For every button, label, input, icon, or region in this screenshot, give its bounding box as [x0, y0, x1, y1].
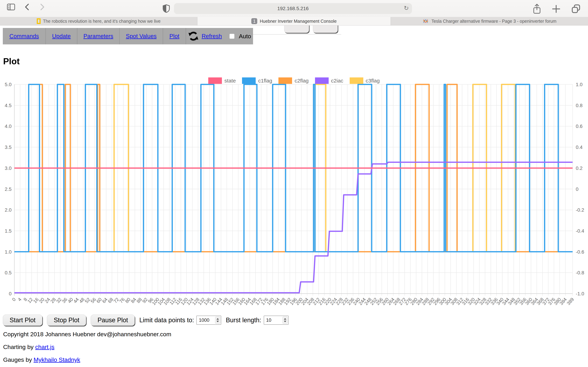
svg-text:0.4: 0.4 — [576, 144, 583, 150]
legend-swatch-c2flag — [278, 77, 292, 84]
tab-title: Huebner Inverter Management Console — [260, 19, 337, 24]
url-text: 192.168.5.216 — [277, 6, 309, 11]
svg-text:0.8: 0.8 — [576, 103, 583, 108]
divider-line — [253, 34, 341, 35]
new-tab-icon[interactable] — [552, 4, 561, 13]
nav-link-update[interactable]: Update — [52, 33, 71, 40]
tab-title: Tesla Charger alternative firmware - Pag… — [431, 19, 556, 24]
svg-text:-0.4: -0.4 — [576, 228, 584, 234]
svg-text:3.0: 3.0 — [5, 166, 12, 171]
sidebar-toggle-icon[interactable] — [7, 4, 15, 10]
tab-title: The robotics revolution is here, and it'… — [43, 19, 161, 24]
legend-item-state[interactable]: state — [208, 77, 236, 84]
nav-link-parameters[interactable]: Parameters — [84, 33, 113, 40]
tab-openinverter-forum[interactable]: Tesla Charger alternative firmware - Pag… — [391, 17, 588, 25]
svg-text:0: 0 — [9, 291, 12, 296]
svg-text:4.0: 4.0 — [5, 124, 12, 129]
refresh-icon[interactable] — [188, 31, 199, 42]
tab-inverter-console[interactable]: 1 Huebner Inverter Management Console — [197, 17, 391, 25]
svg-text:4: 4 — [17, 297, 22, 302]
legend-label: c3flag — [366, 78, 380, 84]
url-bar[interactable]: 192.168.5.216 ↻ — [174, 3, 412, 14]
legend-item-c2iac[interactable]: c2iac — [315, 77, 343, 84]
legend-swatch-c3flag — [350, 77, 363, 84]
share-icon[interactable] — [532, 3, 541, 14]
y-axis-right-labels: 1.00.80.60.40.20-0.2-0.4-0.6-0.8-1.0 — [576, 82, 584, 296]
nav-link-commands[interactable]: Commands — [9, 33, 39, 40]
legend-label: state — [224, 78, 236, 84]
openinverter-favicon-icon — [422, 18, 429, 25]
y-axis-left-labels: 5.04.54.03.53.02.52.01.51.00.50 — [5, 82, 12, 296]
svg-text:1.5: 1.5 — [5, 228, 12, 234]
nav-link-spot-values[interactable]: Spot Values — [126, 33, 157, 40]
reload-icon[interactable]: ↻ — [404, 5, 409, 12]
svg-text:389: 389 — [566, 297, 575, 306]
svg-text:0.6: 0.6 — [576, 124, 583, 129]
browser-chrome: 192.168.5.216 ↻ — [0, 0, 588, 25]
browser-toolbar: 192.168.5.216 ↻ — [0, 0, 588, 17]
svg-text:-0.2: -0.2 — [576, 207, 584, 213]
svg-text:-0.8: -0.8 — [576, 270, 584, 275]
svg-text:2.0: 2.0 — [5, 207, 12, 213]
auto-checkbox[interactable] — [229, 33, 235, 39]
nav-link-plot[interactable]: Plot — [169, 33, 179, 40]
legend-item-c3flag[interactable]: c3flag — [350, 77, 380, 84]
nav-link-refresh[interactable]: Refresh — [202, 33, 222, 40]
svg-text:384: 384 — [559, 297, 568, 306]
legend-swatch-state — [208, 77, 222, 84]
svg-text:4.5: 4.5 — [5, 103, 12, 108]
legend-label: c1flag — [258, 78, 272, 84]
legend-swatch-c2iac — [315, 77, 329, 84]
svg-text:0.5: 0.5 — [5, 270, 12, 275]
x-tick-labels: 0481216202428323640444852566064687276808… — [11, 297, 575, 306]
svg-text:1.0: 1.0 — [5, 249, 12, 255]
plot-chart: 5.04.54.03.53.02.52.01.51.00.501.00.80.6… — [0, 0, 588, 367]
svg-text:0: 0 — [11, 297, 17, 302]
tab-overview-icon[interactable] — [571, 4, 581, 14]
legend-item-c1flag[interactable]: c1flag — [242, 77, 272, 84]
svg-text:-1.0: -1.0 — [576, 291, 584, 296]
legend-item-c2flag[interactable]: c2flag — [278, 77, 309, 84]
legend-label: c2flag — [294, 78, 309, 84]
tab-strip: The robotics revolution is here, and it'… — [0, 17, 588, 25]
svg-text:0: 0 — [576, 186, 579, 192]
tab-robotics-article[interactable]: The robotics revolution is here, and it'… — [0, 17, 197, 25]
svg-text:0.2: 0.2 — [576, 166, 583, 171]
console-nav-bar: Commands Update Parameters Spot Values P… — [3, 28, 253, 44]
badge-1-favicon-icon: 1 — [251, 18, 257, 24]
legend-label: c2iac — [331, 78, 343, 84]
back-icon[interactable] — [24, 3, 30, 11]
privacy-shield-icon[interactable] — [163, 4, 170, 13]
legend-swatch-c1flag — [242, 77, 256, 84]
svg-text:2.5: 2.5 — [5, 186, 12, 192]
natgeo-favicon-icon — [37, 18, 41, 24]
svg-text:3.5: 3.5 — [5, 144, 12, 150]
svg-text:-0.6: -0.6 — [576, 249, 584, 255]
forward-icon[interactable] — [39, 3, 46, 11]
chart-legend: statec1flagc2flagc2iacc3flag — [0, 77, 588, 84]
auto-label: Auto — [239, 33, 251, 40]
